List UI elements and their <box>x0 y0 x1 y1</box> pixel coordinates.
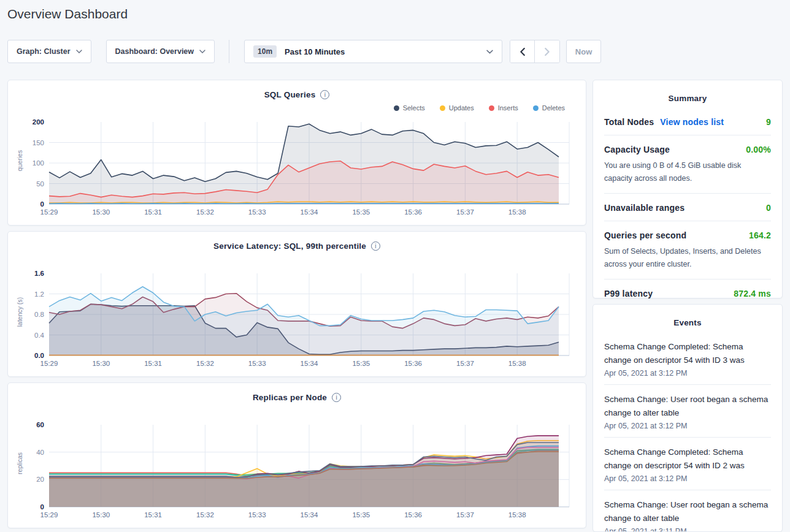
svg-text:0.0: 0.0 <box>34 352 44 359</box>
svg-text:15:30: 15:30 <box>92 360 110 367</box>
view-nodes-link[interactable]: View nodes list <box>660 117 724 127</box>
svg-text:0.8: 0.8 <box>34 311 44 318</box>
replicas-per-node-panel: Replicas per Node i replicas 020406015:2… <box>7 382 586 528</box>
svg-text:15:36: 15:36 <box>404 208 422 216</box>
chevron-left-icon <box>520 48 525 56</box>
svg-text:15:31: 15:31 <box>144 208 162 216</box>
legend-item[interactable]: Inserts <box>489 104 518 112</box>
time-range-label: Past 10 Minutes <box>285 47 345 56</box>
graph-dropdown[interactable]: Graph: Cluster <box>7 40 91 63</box>
summary-row: Capacity Usage0.00%You are using 0 B of … <box>604 135 771 194</box>
sql-queries-panel: SQL Queries i SelectsUpdatesInsertsDelet… <box>7 80 586 226</box>
svg-text:15:37: 15:37 <box>456 511 474 519</box>
events-list: Schema Change Completed: Schema change o… <box>604 332 771 532</box>
legend-dot-icon <box>533 105 539 111</box>
time-forward-button[interactable] <box>535 40 559 63</box>
dashboard-dropdown-label: Dashboard: Overview <box>115 47 194 56</box>
sidebar: Summary Total NodesView nodes list9Capac… <box>592 80 783 532</box>
legend-label: Deletes <box>542 104 565 112</box>
info-icon[interactable]: i <box>332 393 341 402</box>
svg-text:15:31: 15:31 <box>144 511 162 519</box>
time-step-buttons <box>510 40 560 63</box>
summary-row-label: Queries per second <box>604 230 686 240</box>
svg-text:15:30: 15:30 <box>92 511 110 519</box>
chart-title: Replicas per Node <box>253 393 327 402</box>
summary-row-label: Total Nodes <box>604 117 654 127</box>
svg-text:15:34: 15:34 <box>301 208 318 216</box>
legend-label: Inserts <box>498 104 518 112</box>
chart-canvas[interactable]: 05010015020015:2915:3015:3115:3215:3315:… <box>12 118 583 222</box>
event-timestamp: Apr 05, 2021 at 3:12 PM <box>604 422 771 430</box>
svg-text:50: 50 <box>36 180 44 188</box>
summary-row-label: Capacity Usage <box>604 145 670 154</box>
svg-text:1.2: 1.2 <box>34 291 44 298</box>
svg-text:200: 200 <box>33 118 44 126</box>
svg-text:15:37: 15:37 <box>456 360 474 367</box>
summary-row: P99 latency872.4 ms <box>604 279 771 306</box>
chart-legend: SelectsUpdatesInsertsDeletes <box>394 104 565 112</box>
summary-row-description: Sum of Selects, Updates, Inserts, and De… <box>604 245 771 271</box>
event-timestamp: Apr 05, 2021 at 3:12 PM <box>604 474 771 483</box>
svg-text:15:32: 15:32 <box>196 360 214 367</box>
service-latency-panel: Service Latency: SQL, 99th percentile i … <box>7 231 586 377</box>
time-range-badge: 10m <box>253 45 277 58</box>
svg-text:15:35: 15:35 <box>352 208 370 216</box>
charts-column: SQL Queries i SelectsUpdatesInsertsDelet… <box>7 80 586 532</box>
svg-text:15:32: 15:32 <box>196 208 214 216</box>
summary-rows: Total NodesView nodes list9Capacity Usag… <box>604 108 771 306</box>
svg-text:60: 60 <box>36 421 44 428</box>
legend-dot-icon <box>394 105 399 111</box>
svg-text:15:38: 15:38 <box>508 360 526 367</box>
svg-text:15:31: 15:31 <box>144 360 162 367</box>
event-timestamp: Apr 05, 2021 at 3:12 PM <box>604 369 771 378</box>
svg-text:15:34: 15:34 <box>301 360 318 367</box>
chevron-down-icon <box>76 50 82 53</box>
svg-text:0.4: 0.4 <box>34 332 45 339</box>
svg-text:150: 150 <box>33 139 44 146</box>
time-back-button[interactable] <box>510 40 535 63</box>
svg-text:15:36: 15:36 <box>404 360 422 367</box>
info-icon[interactable]: i <box>371 241 380 251</box>
event-item: Schema Change: User root began a schema … <box>604 385 771 438</box>
svg-text:15:36: 15:36 <box>404 511 422 519</box>
svg-text:15:35: 15:35 <box>352 511 370 519</box>
svg-text:15:35: 15:35 <box>352 360 370 367</box>
time-range-picker[interactable]: 10m Past 10 Minutes <box>244 40 502 63</box>
svg-text:20: 20 <box>36 476 44 483</box>
svg-text:15:33: 15:33 <box>248 208 266 216</box>
event-message: Schema Change: User root began a schema … <box>604 498 771 525</box>
graph-dropdown-label: Graph: Cluster <box>17 47 71 56</box>
chevron-right-icon <box>545 48 550 56</box>
event-item: Schema Change: User root began a schema … <box>604 490 771 532</box>
svg-text:15:34: 15:34 <box>301 511 318 519</box>
svg-text:15:38: 15:38 <box>508 208 526 216</box>
svg-text:0: 0 <box>40 200 44 208</box>
event-message: Schema Change: User root began a schema … <box>604 393 771 420</box>
summary-row-value: 0 <box>766 203 771 213</box>
svg-text:15:38: 15:38 <box>508 511 526 519</box>
summary-row-value: 872.4 ms <box>734 289 771 298</box>
svg-text:15:29: 15:29 <box>40 208 58 216</box>
svg-text:15:32: 15:32 <box>196 511 214 519</box>
event-item: Schema Change Completed: Schema change o… <box>604 438 771 490</box>
now-button[interactable]: Now <box>566 40 601 63</box>
chart-canvas[interactable]: 0.00.40.81.21.615:2915:3015:3115:3215:33… <box>12 270 583 374</box>
svg-text:0: 0 <box>40 503 44 511</box>
info-icon[interactable]: i <box>320 90 329 99</box>
summary-row-value: 164.2 <box>749 230 771 240</box>
legend-item[interactable]: Updates <box>440 104 474 112</box>
page-title: Overview Dashboard <box>7 7 128 21</box>
svg-text:15:33: 15:33 <box>248 511 266 519</box>
summary-row: Queries per second164.2Sum of Selects, U… <box>604 221 771 279</box>
chart-canvas[interactable]: 020406015:2915:3015:3115:3215:3315:3415:… <box>12 421 583 525</box>
events-panel: Events Schema Change Completed: Schema c… <box>592 304 783 532</box>
dashboard-dropdown[interactable]: Dashboard: Overview <box>106 40 215 63</box>
legend-item[interactable]: Deletes <box>533 104 565 112</box>
legend-label: Selects <box>403 104 425 112</box>
summary-title: Summary <box>604 80 771 108</box>
chart-title: SQL Queries <box>264 90 316 99</box>
legend-item[interactable]: Selects <box>394 104 425 112</box>
legend-dot-icon <box>440 105 445 111</box>
summary-row-label: P99 latency <box>604 289 653 298</box>
svg-text:1.6: 1.6 <box>34 270 44 277</box>
